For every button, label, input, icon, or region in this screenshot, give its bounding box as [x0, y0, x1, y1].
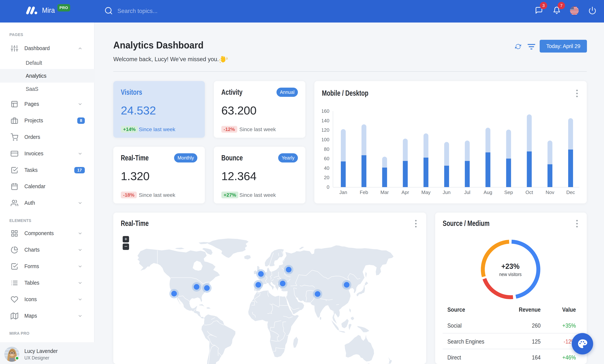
svg-text:Mar: Mar — [380, 189, 389, 195]
svg-text:Aug: Aug — [484, 189, 492, 195]
svg-text:Sep: Sep — [504, 189, 513, 195]
svg-text:80: 80 — [324, 146, 329, 152]
svg-text:Nov: Nov — [546, 189, 554, 195]
svg-text:20: 20 — [324, 175, 329, 180]
svg-text:Apr: Apr — [402, 189, 409, 195]
svg-text:100: 100 — [322, 137, 329, 142]
svg-text:0: 0 — [327, 184, 329, 190]
svg-text:40: 40 — [324, 165, 329, 171]
svg-text:Dec: Dec — [566, 189, 575, 195]
svg-text:Jun: Jun — [443, 189, 451, 195]
svg-text:Jul: Jul — [464, 189, 470, 195]
svg-text:Feb: Feb — [360, 189, 368, 195]
svg-text:May: May — [421, 189, 430, 195]
svg-text:160: 160 — [322, 109, 329, 114]
svg-text:60: 60 — [324, 156, 329, 161]
svg-text:140: 140 — [322, 118, 329, 124]
svg-text:120: 120 — [322, 127, 329, 133]
svg-text:Oct: Oct — [525, 189, 533, 195]
svg-text:Jan: Jan — [339, 189, 347, 195]
